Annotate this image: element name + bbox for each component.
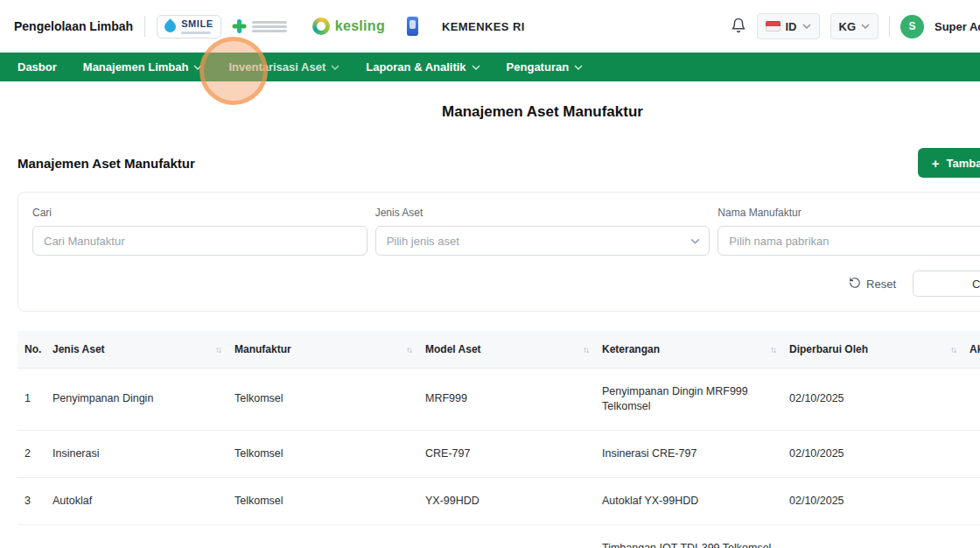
- chevron-down-icon: [802, 24, 811, 29]
- asset-table: No. Jenis Aset↑↓ Manufaktur↑↓ Model Aset…: [18, 331, 980, 548]
- asset-type-label: Jenis Aset: [375, 207, 710, 219]
- cell-jenis-aset: Penyimpanan Dingin: [46, 369, 228, 431]
- asset-type-field-group: Jenis Aset Pilih jenis aset: [375, 207, 710, 256]
- manufacturer-field-group: Nama Manufaktur Pilih nama pabrikan: [718, 207, 980, 256]
- table-row: 3 Autoklaf Telkomsel YX-99HDD Autoklaf Y…: [18, 477, 980, 524]
- nav-item-pengaturan[interactable]: Pengaturan: [507, 60, 584, 74]
- divider: [889, 16, 890, 37]
- asset-type-placeholder: Pilih jenis aset: [387, 235, 459, 248]
- page-title: Manajemen Aset Manufaktur: [0, 103, 980, 121]
- chevron-down-icon: [574, 65, 583, 70]
- sort-icon[interactable]: ↑↓: [583, 345, 588, 355]
- main-nav: Dasbor Manajemen Limbah Inventarisasi As…: [0, 53, 980, 81]
- col-header-diperbarui-oleh[interactable]: Diperbarui Oleh↑↓: [782, 331, 962, 369]
- manufacturer-select[interactable]: Pilih nama pabrikan: [718, 226, 980, 256]
- kesling-logo-label: kesling: [335, 18, 385, 34]
- kemenkes-logo: [233, 19, 287, 33]
- table-header-row: No. Jenis Aset↑↓ Manufaktur↑↓ Model Aset…: [18, 331, 980, 369]
- cell-aksi: [962, 369, 980, 431]
- cell-no: 3: [18, 477, 46, 524]
- reset-button[interactable]: Reset: [849, 277, 896, 292]
- asset-type-select[interactable]: Pilih jenis aset: [375, 226, 710, 256]
- smile-drop-icon: [162, 18, 178, 34]
- kemenkes-mark-icon: [233, 19, 247, 33]
- col-header-jenis-aset[interactable]: Jenis Aset↑↓: [46, 331, 228, 369]
- filter-search-button[interactable]: Cari: [913, 270, 980, 297]
- col-header-model-aset[interactable]: Model Aset↑↓: [418, 331, 595, 369]
- unit-selector[interactable]: KG: [830, 13, 879, 39]
- cell-manufaktur: Telkomsel: [228, 369, 418, 431]
- col-header-keterangan[interactable]: Keterangan↑↓: [595, 331, 782, 369]
- reset-icon: [849, 277, 861, 292]
- cell-diperbarui-oleh: 02/10/2025: [782, 369, 962, 431]
- table-row: 2 Insinerasi Telkomsel CRE-797 Insineras…: [18, 430, 980, 477]
- sort-icon[interactable]: ↑↓: [770, 345, 775, 355]
- cell-model-aset: YX-99HDD: [418, 477, 595, 524]
- unit-code: KG: [839, 20, 857, 33]
- smile-logo-label: SMILE: [181, 19, 214, 29]
- sort-icon[interactable]: ↑↓: [950, 345, 956, 355]
- search-input[interactable]: [32, 226, 368, 256]
- cell-model-aset: CRE-797: [418, 430, 595, 477]
- col-header-manufaktur[interactable]: Manufaktur↑↓: [228, 331, 418, 369]
- manufacturer-placeholder: Pilih nama pabrikan: [729, 235, 829, 248]
- filter-panel: Cari Jenis Aset Pilih jenis aset Nama Ma…: [18, 192, 980, 312]
- app-title: Pengelolaan Limbah: [14, 19, 133, 33]
- table-row: 1 Penyimpanan Dingin Telkomsel MRF999 Pe…: [18, 369, 980, 431]
- chevron-down-icon: [861, 24, 870, 29]
- cell-no: 4: [18, 524, 46, 548]
- indonesia-flag-icon: [766, 21, 780, 32]
- plus-icon: +: [932, 157, 940, 170]
- cell-jenis-aset: Insinerasi: [46, 430, 228, 477]
- cell-diperbarui-oleh: 02/10/2025: [782, 430, 962, 477]
- smile-tagline: [181, 32, 211, 34]
- col-header-aksi[interactable]: Aksi: [962, 331, 980, 369]
- cell-jenis-aset: Autoklaf: [46, 477, 228, 524]
- cell-jenis-aset: Timbangan: [46, 524, 228, 548]
- top-header: Pengelolaan Limbah SMILE kesling KEMENKE…: [0, 0, 980, 53]
- chevron-down-icon: [331, 65, 340, 70]
- nav-item-inventarisasi-aset[interactable]: Inventarisasi Aset: [228, 60, 340, 74]
- filter-actions: Reset Cari: [32, 270, 980, 297]
- header-actions: ID KG S Super Admin: [731, 13, 980, 39]
- chevron-down-icon: [690, 238, 700, 244]
- divider: [144, 16, 145, 37]
- cell-aksi: [962, 430, 980, 477]
- cell-keterangan: Timbangan IOT TDI-399 Telkomsel Connect …: [595, 524, 782, 548]
- org-name: KEMENKES RI: [442, 20, 525, 33]
- nav-item-manajemen-limbah[interactable]: Manajemen Limbah: [83, 60, 203, 74]
- sort-icon[interactable]: ↑↓: [406, 345, 411, 355]
- bell-icon: [731, 17, 746, 37]
- cell-aksi: [962, 524, 980, 548]
- language-selector[interactable]: ID: [757, 13, 820, 39]
- cell-manufaktur: Telkomsel: [228, 477, 418, 524]
- chevron-down-icon: [193, 65, 202, 70]
- cell-diperbarui-oleh: 02/10/2025: [782, 524, 962, 548]
- cell-model-aset: TDI-399: [418, 524, 595, 548]
- user-name[interactable]: Super Admin: [934, 20, 980, 33]
- cell-no: 1: [18, 369, 46, 431]
- cell-model-aset: MRF999: [418, 369, 595, 431]
- cell-aksi: [962, 477, 980, 524]
- cell-no: 2: [18, 430, 46, 477]
- nav-item-dasbor[interactable]: Dasbor: [18, 60, 57, 74]
- cell-manufaktur: Telkomsel: [228, 430, 418, 477]
- content-area: Manajemen Aset Manufaktur Manajemen Aset…: [0, 103, 980, 548]
- kesling-swirl-icon: [312, 18, 330, 35]
- smile-logo: SMILE: [157, 15, 221, 39]
- app-badge-icon: [407, 17, 418, 36]
- language-code: ID: [786, 20, 797, 33]
- notifications-button[interactable]: [731, 17, 746, 37]
- table-row: 4 Timbangan Telkomsel TDI-399 Timbangan …: [18, 524, 980, 548]
- nav-item-laporan-analitik[interactable]: Laporan & Analitik: [366, 60, 480, 74]
- cell-manufaktur: Telkomsel: [228, 524, 418, 548]
- search-field-group: Cari: [32, 207, 368, 256]
- add-manufacturer-button[interactable]: + Tambah Manufaktur: [918, 148, 980, 178]
- col-header-no[interactable]: No.: [18, 331, 46, 369]
- cell-keterangan: Insinerasi CRE-797: [595, 430, 782, 477]
- cell-keterangan: Penyimpanan Dingin MRF999 Telkomsel: [595, 369, 782, 431]
- avatar[interactable]: S: [900, 15, 924, 39]
- search-field-label: Cari: [32, 207, 368, 219]
- cell-diperbarui-oleh: 02/10/2025: [782, 477, 962, 524]
- sort-icon[interactable]: ↑↓: [215, 345, 220, 355]
